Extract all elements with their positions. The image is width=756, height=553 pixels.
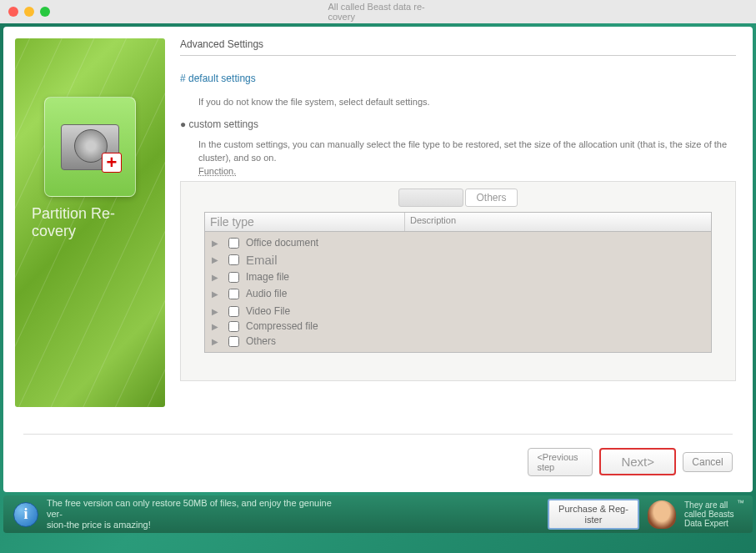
file-type-checkbox[interactable] <box>228 321 239 332</box>
footer-bar: i The free version can only restore 50MB… <box>3 495 753 533</box>
section-heading: Advanced Settings <box>180 38 736 56</box>
custom-settings-option[interactable]: ● custom settings <box>180 118 736 130</box>
expand-icon[interactable]: ▶ <box>212 239 222 248</box>
file-type-row[interactable]: ▶ Image file <box>205 269 711 284</box>
file-type-row[interactable]: ▶ Email <box>205 250 711 269</box>
window-title: All called Beast data re- covery <box>328 2 428 22</box>
default-settings-link[interactable]: # default settings <box>180 73 736 84</box>
grid-header: File type Description <box>204 212 712 232</box>
next-button[interactable]: Next> <box>599 448 676 475</box>
expand-icon[interactable]: ▶ <box>212 255 222 264</box>
expand-icon[interactable]: ▶ <box>212 322 222 331</box>
file-type-label: Compressed file <box>246 320 318 332</box>
previous-button[interactable]: <Previous step <box>528 448 593 476</box>
custom-settings-desc: In the custom settings, you can manually… <box>198 138 736 164</box>
tab-default[interactable] <box>398 189 463 207</box>
wizard-buttons: <Previous step Next> Cancel <box>528 448 733 476</box>
maximize-window-button[interactable] <box>40 7 50 17</box>
file-type-row[interactable]: ▶ Others <box>205 334 711 349</box>
sidebar: Partition Re- covery <box>15 38 165 407</box>
file-type-checkbox[interactable] <box>228 336 239 347</box>
minimize-window-button[interactable] <box>24 7 34 17</box>
mascot-icon <box>648 500 676 529</box>
col-description: Description <box>405 213 711 231</box>
divider <box>23 434 733 435</box>
file-type-checkbox[interactable] <box>228 272 239 283</box>
file-type-checkbox[interactable] <box>228 254 239 265</box>
slogan-text: They are all called Beasts Data Expert <box>684 500 743 528</box>
footer-message: The free version can only restore 50MB o… <box>47 498 338 531</box>
sidebar-title: Partition Re- covery <box>32 205 148 240</box>
function-link[interactable]: Function. <box>198 166 736 176</box>
file-type-row[interactable]: ▶ Office document <box>205 235 711 250</box>
recovery-badge-icon <box>102 153 122 173</box>
file-type-label: Email <box>246 253 278 267</box>
file-type-label: Audio file <box>246 288 287 299</box>
file-type-label: Others <box>246 335 276 347</box>
file-type-checkbox[interactable] <box>228 306 239 317</box>
titlebar: All called Beast data re- covery <box>0 0 756 23</box>
info-icon: i <box>13 502 38 527</box>
expand-icon[interactable]: ▶ <box>212 273 222 282</box>
cancel-button[interactable]: Cancel <box>683 452 733 472</box>
file-type-panel: Others File type Description ▶ Office do… <box>180 181 736 381</box>
trademark: ™ <box>737 499 744 507</box>
default-settings-desc: If you do not know the file system, sele… <box>198 96 736 108</box>
file-type-row[interactable]: ▶ Video File <box>205 301 711 319</box>
purchase-register-button[interactable]: Purchase & Reg- ister <box>548 499 639 529</box>
col-file-type: File type <box>205 213 405 231</box>
file-type-checkbox[interactable] <box>228 238 239 249</box>
content-area: Advanced Settings # default settings If … <box>175 38 741 480</box>
main-panel: Partition Re- covery Advanced Settings #… <box>3 27 753 492</box>
file-type-list: ▶ Office document ▶ Email ▶ Image file <box>204 232 712 353</box>
tab-others[interactable]: Others <box>465 189 517 207</box>
expand-icon[interactable]: ▶ <box>212 337 222 346</box>
file-type-label: Video File <box>246 305 290 317</box>
close-window-button[interactable] <box>8 7 18 17</box>
file-type-label: Image file <box>246 271 289 283</box>
file-type-row[interactable]: ▶ Compressed file <box>205 319 711 334</box>
file-type-checkbox[interactable] <box>228 289 239 299</box>
file-type-row[interactable]: ▶ Audio file <box>205 284 711 301</box>
expand-icon[interactable]: ▶ <box>212 289 222 299</box>
partition-recovery-icon <box>44 97 136 197</box>
expand-icon[interactable]: ▶ <box>212 307 222 316</box>
file-type-label: Office document <box>246 237 318 249</box>
